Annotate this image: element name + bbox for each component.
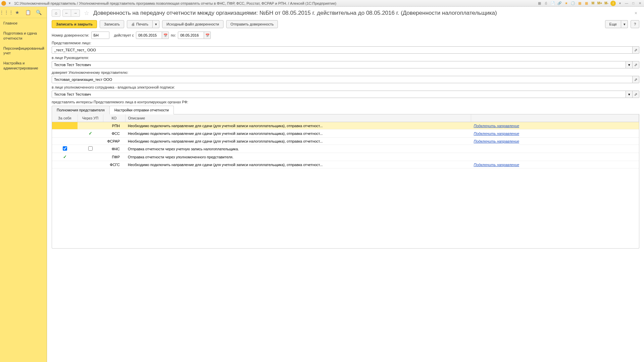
cell-mark[interactable]	[78, 138, 103, 145]
sidebar-item-reporting[interactable]: Подготовка и сдача отчетности	[0, 28, 47, 43]
help-button[interactable]: ?	[631, 20, 639, 28]
back-button[interactable]: ←	[62, 9, 71, 17]
th-self[interactable]: За себя	[52, 114, 78, 122]
cell-desc: Необходимо подключить направление для сд…	[125, 161, 471, 168]
open-link-icon[interactable]: ⬀	[633, 76, 639, 83]
window-titlebar: ▾ 1С:Уполномоченный представитель / Упол…	[0, 0, 644, 7]
close-tab-icon[interactable]: ×	[633, 10, 639, 16]
tool-calc-icon[interactable]: ▦	[584, 1, 589, 6]
cell-action: Подключить направление	[471, 122, 639, 130]
check-icon: ✓	[89, 131, 92, 136]
th-ko[interactable]: КО	[103, 114, 125, 122]
tab-powers[interactable]: Полномочия представителя	[52, 106, 110, 114]
number-input[interactable]	[91, 32, 109, 39]
save-button[interactable]: Записать	[100, 20, 124, 28]
date-to-input[interactable]	[178, 32, 204, 39]
employee-input[interactable]	[52, 91, 626, 98]
open-link-icon[interactable]: ⬀	[633, 61, 639, 68]
info-icon[interactable]: i	[610, 1, 616, 6]
window-title: 1С:Уполномоченный представитель / Уполно…	[14, 1, 537, 5]
page-title: Доверенность на передачу отчетности межд…	[93, 10, 631, 16]
number-label: Номер доверенности:	[52, 33, 89, 37]
settings-table-wrap: За себя Через УП КО Описание РПННеобходи…	[52, 114, 639, 249]
th-desc[interactable]: Описание	[125, 114, 471, 122]
cell-mark[interactable]	[52, 161, 78, 168]
date-to-picker-icon[interactable]: 📅	[204, 32, 211, 39]
memory-m-plus-icon[interactable]: M+	[597, 1, 602, 6]
table-row[interactable]: ФСГСНеобходимо подключить направление дл…	[52, 161, 639, 168]
tool-icon[interactable]: 📄	[550, 1, 555, 6]
table-row[interactable]: ✓ФССНеобходимо подключить направление дл…	[52, 130, 639, 138]
sidebar-item-personified[interactable]: Персонифицированный учет	[0, 43, 47, 58]
tool-icon[interactable]: 🕓	[570, 1, 576, 6]
th-via-up[interactable]: Через УП	[78, 114, 103, 122]
table-row[interactable]: ✓ПФРОтправка отчетности через уполномоче…	[52, 153, 639, 161]
memory-m-minus-icon[interactable]: M-	[604, 1, 609, 6]
delegates-input[interactable]	[52, 76, 633, 83]
cell-mark[interactable]	[78, 161, 103, 168]
cell-mark[interactable]	[78, 153, 103, 161]
interests-label: представлять интересы Представляемого ли…	[52, 100, 639, 104]
connect-link[interactable]: Подключить направление	[474, 139, 519, 143]
home-button[interactable]: ⌂	[52, 9, 60, 17]
open-link-icon[interactable]: ⬀	[633, 91, 639, 98]
source-file-button[interactable]: Исходный файл доверенности	[162, 20, 224, 28]
cell-mark[interactable]: ✓	[52, 153, 78, 161]
app-menu-dropdown-icon[interactable]: ▾	[7, 1, 12, 6]
dropdown-icon[interactable]: ▾	[617, 1, 623, 6]
cell-mark[interactable]: ✓	[78, 130, 103, 138]
search-icon[interactable]: 🔍	[36, 9, 42, 15]
maximize-icon[interactable]: □	[631, 1, 636, 6]
more-dropdown-button[interactable]: ▾	[621, 20, 628, 28]
minimize-icon[interactable]: —	[624, 1, 629, 6]
represented-input[interactable]	[52, 46, 633, 54]
forward-button[interactable]: →	[71, 9, 80, 17]
connect-link[interactable]: Подключить направление	[474, 132, 519, 136]
sidebar-item-main[interactable]: Главное	[0, 18, 47, 28]
dropdown-icon[interactable]: ▾	[626, 91, 633, 98]
tool-calc-icon[interactable]: ▦	[577, 1, 582, 6]
sidebar: ⋮⋮⋮ ★ 📋 🔍 Главное Подготовка и сдача отч…	[0, 7, 47, 362]
memory-m-icon[interactable]: M	[590, 1, 596, 6]
cell-mark[interactable]	[52, 145, 78, 153]
apps-grid-icon[interactable]: ⋮⋮⋮	[3, 9, 9, 15]
print-button[interactable]: 🖨Печать	[127, 20, 153, 28]
tool-icon[interactable]: ▦	[537, 1, 542, 6]
print-dropdown-button[interactable]: ▾	[153, 20, 159, 28]
table-row[interactable]: ФСРАРНеобходимо подключить направление д…	[52, 138, 639, 145]
favorite-star-icon[interactable]: ★	[14, 9, 20, 15]
checkbox[interactable]	[88, 146, 93, 151]
date-from-picker-icon[interactable]: 📅	[162, 32, 169, 39]
send-button[interactable]: Отправить доверенность	[226, 20, 278, 28]
tool-icon[interactable]: ⎙	[543, 1, 549, 6]
cell-mark[interactable]	[78, 145, 103, 153]
printer-icon: 🖨	[131, 22, 135, 26]
check-icon: ✓	[63, 154, 67, 159]
open-link-icon[interactable]: ⬀	[633, 46, 639, 54]
favorite-star-icon[interactable]: ☆	[84, 9, 89, 17]
print-label: Печать	[136, 22, 148, 26]
tool-favorite-icon[interactable]: ★	[563, 1, 569, 6]
table-row[interactable]: ФНСОтправка отчетности через учетную зап…	[52, 145, 639, 153]
connect-link[interactable]: Подключить направление	[474, 163, 519, 167]
tab-send-settings[interactable]: Настройки отправки отчетности	[109, 106, 174, 114]
date-from-input[interactable]	[136, 32, 162, 39]
app-icon	[1, 1, 6, 6]
dropdown-icon[interactable]: ▾	[626, 61, 633, 68]
cell-mark[interactable]	[52, 122, 78, 130]
cell-mark[interactable]	[78, 122, 103, 130]
tool-icon[interactable]: 🔗	[557, 1, 562, 6]
checkbox[interactable]	[63, 146, 67, 151]
sidebar-item-admin[interactable]: Настройка и администрирование	[0, 58, 47, 73]
cell-mark[interactable]	[52, 130, 78, 138]
clipboard-icon[interactable]: 📋	[25, 9, 31, 15]
director-input[interactable]	[52, 61, 626, 68]
more-button[interactable]: Еще	[605, 20, 621, 28]
connect-link[interactable]: Подключить направление	[474, 124, 519, 128]
close-icon[interactable]: ✕	[637, 1, 643, 6]
cell-mark[interactable]	[52, 138, 78, 145]
cell-desc: Необходимо подключить направление для сд…	[125, 130, 471, 138]
cell-action: Подключить направление	[471, 161, 639, 168]
save-and-close-button[interactable]: Записать и закрыть	[52, 20, 97, 28]
table-row[interactable]: РПННеобходимо подключить направление для…	[52, 122, 639, 130]
